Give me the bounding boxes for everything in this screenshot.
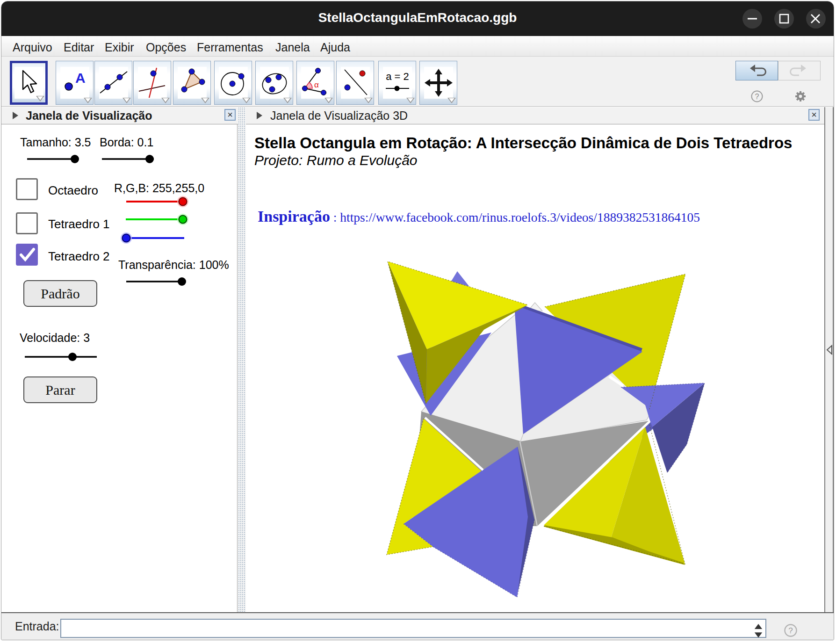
svg-text:a = 2: a = 2: [386, 71, 409, 82]
svg-text:?: ?: [755, 93, 759, 101]
svg-text:?: ?: [788, 626, 793, 635]
svg-text:α: α: [314, 80, 319, 89]
svg-text:A: A: [75, 70, 86, 86]
